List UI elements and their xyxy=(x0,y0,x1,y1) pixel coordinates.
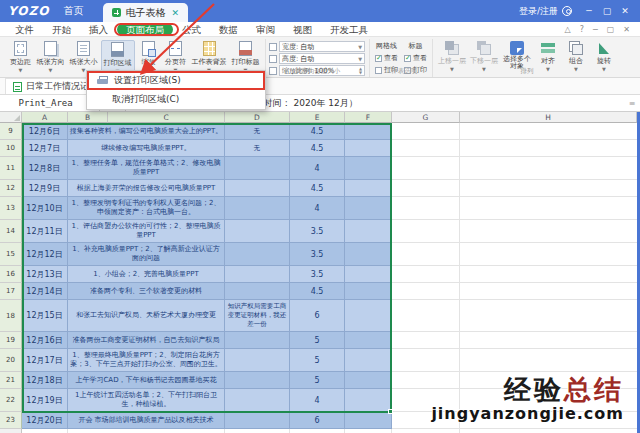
cell-task[interactable]: 1、补充电脑质量PPT；2、了解高新企业认证方面的问题 xyxy=(68,243,225,266)
column-header-H[interactable]: H xyxy=(460,112,637,123)
column-header-B[interactable]: B xyxy=(68,112,108,123)
headings-view-checkbox[interactable]: 查看 xyxy=(404,53,427,63)
width-dropdown[interactable]: 宽度: 自动 ▼ xyxy=(279,41,365,52)
gridlines-view-checkbox[interactable]: 查看 xyxy=(375,53,398,63)
cell-f[interactable] xyxy=(345,157,392,180)
cell-g[interactable] xyxy=(392,332,460,349)
cell-date[interactable]: 12月7日 xyxy=(22,140,68,157)
cell-f[interactable] xyxy=(345,220,392,243)
cell-note[interactable] xyxy=(225,243,290,266)
menu-tab-数据[interactable]: 数据 xyxy=(210,23,247,36)
cell-g[interactable] xyxy=(392,197,460,220)
cell-f[interactable] xyxy=(345,243,392,266)
cell-g[interactable] xyxy=(392,389,460,412)
cell-g[interactable] xyxy=(392,283,460,300)
cell-hours[interactable]: 4.5 xyxy=(290,123,345,140)
cell-task[interactable]: 搜集各种资料，编写公司电脑质量大会上的PPT。 xyxy=(68,123,225,140)
cell-g[interactable] xyxy=(392,429,460,433)
column-header-C[interactable]: C xyxy=(108,112,225,123)
cell-f[interactable] xyxy=(345,283,392,300)
menu-tab-审阅[interactable]: 审阅 xyxy=(247,23,284,36)
cell-g[interactable] xyxy=(392,243,460,266)
cell-task[interactable]: 继续修改编写电脑质量PPT。 xyxy=(68,140,225,157)
cell-hours[interactable]: 6 xyxy=(290,300,345,332)
row-header-23[interactable]: 23 xyxy=(0,412,22,429)
cell-task[interactable]: 1、评估商盟办公软件的可行性；2、整理电脑质量PPT xyxy=(68,220,225,243)
cell-date[interactable]: 12月12日 xyxy=(22,243,68,266)
cell-date[interactable]: 12月8日 xyxy=(22,157,68,180)
cell-note[interactable]: 无 xyxy=(225,123,290,140)
cell-note[interactable] xyxy=(225,266,290,283)
cell-date[interactable]: 12月11日 xyxy=(22,220,68,243)
cell-note[interactable] xyxy=(225,332,290,349)
row-header-24[interactable]: 24 xyxy=(0,429,22,433)
cell-f[interactable] xyxy=(345,372,392,389)
row-header-14[interactable]: 14 xyxy=(0,220,22,243)
cell-date[interactable]: 12月17日 xyxy=(22,349,68,372)
menu-tab-页面布局[interactable]: 页面布局 xyxy=(117,23,173,36)
cell-g[interactable] xyxy=(392,412,460,429)
row-header-16[interactable]: 16 xyxy=(0,266,22,283)
tab-close-icon[interactable]: ✕ xyxy=(171,8,179,18)
name-box[interactable]: Print_Area ▼ xyxy=(0,95,100,111)
cell-f[interactable] xyxy=(345,123,392,140)
row-header-19[interactable]: 19 xyxy=(0,332,22,349)
cell-hours[interactable] xyxy=(290,429,345,433)
menu-tab-开始[interactable]: 开始 xyxy=(43,23,80,36)
collapse-ribbon-icon[interactable]: △ xyxy=(565,25,571,34)
home-tab[interactable]: 首页 xyxy=(63,4,83,18)
cell-note[interactable] xyxy=(225,157,290,180)
cell-f[interactable] xyxy=(345,140,392,157)
row-header-20[interactable]: 20 xyxy=(0,349,22,372)
cell-hours[interactable]: 4.5 xyxy=(290,180,345,197)
cell-task[interactable]: 和张工去知识产权局、天桥艺术大厦办理变更 xyxy=(68,300,225,332)
cell-f[interactable] xyxy=(345,300,392,332)
cell-hours[interactable]: 6 xyxy=(290,412,345,429)
column-header-A[interactable]: A xyxy=(22,112,68,123)
cell-date[interactable]: 12月9日 xyxy=(22,180,68,197)
cell-f[interactable] xyxy=(345,429,392,433)
cell-g[interactable] xyxy=(392,140,460,157)
cell-g[interactable] xyxy=(392,300,460,332)
row-header-13[interactable]: 13 xyxy=(0,197,22,220)
cell-hours[interactable]: 3.5 xyxy=(290,243,345,266)
cell-note[interactable]: 知识产权局需要工商变更证明材料，我还差一份 xyxy=(225,300,290,332)
expand-formula-bar-icon[interactable]: ≡ xyxy=(624,95,640,111)
cell-date[interactable]: 12月19日 xyxy=(22,389,68,412)
row-header-17[interactable]: 17 xyxy=(0,283,22,300)
menu-tab-视图[interactable]: 视图 xyxy=(284,23,321,36)
cell-date[interactable]: 12月13日 xyxy=(22,266,68,283)
cell-date[interactable]: 12月16日 xyxy=(22,332,68,349)
cell-note[interactable] xyxy=(225,429,290,433)
cell-hours[interactable]: 4 xyxy=(290,157,345,180)
help-icon[interactable]: ? xyxy=(580,25,584,34)
row-header-9[interactable]: 9 xyxy=(0,123,22,140)
column-header-D[interactable]: D xyxy=(225,112,290,123)
cell-f[interactable] xyxy=(345,412,392,429)
cell-task[interactable]: 1、整理最终电脑质量PPT；2、制定阳台花房方案；3、下午三点开始打扫办公室、周… xyxy=(68,349,225,372)
cell-hours[interactable]: 4 xyxy=(290,197,345,220)
cell-date[interactable] xyxy=(22,429,68,433)
row-header-12[interactable]: 12 xyxy=(0,180,22,197)
cell-hours[interactable]: 3.5 xyxy=(290,266,345,283)
cell-f[interactable] xyxy=(345,180,392,197)
cell-g[interactable] xyxy=(392,180,460,197)
cell-note[interactable] xyxy=(225,349,290,372)
cell-task[interactable]: 1、整理发明专利证书的专利权人更名问题；2、申领固定资产：台式电脑一台。 xyxy=(68,197,225,220)
cell-date[interactable]: 12月18日 xyxy=(22,372,68,389)
cell-f[interactable] xyxy=(345,389,392,412)
ribbon-button-页边距[interactable]: 页边距▼ xyxy=(8,40,34,75)
cell-note[interactable] xyxy=(225,197,290,220)
cell-g[interactable] xyxy=(392,220,460,243)
row-header-21[interactable]: 21 xyxy=(0,372,22,389)
cell-hours[interactable]: 4 xyxy=(290,389,345,412)
maximize-icon[interactable]: ▢ xyxy=(600,6,614,16)
cell-date[interactable]: 12月6日 xyxy=(22,123,68,140)
close-icon[interactable]: ✕ xyxy=(623,25,630,34)
cell-f[interactable] xyxy=(345,197,392,220)
cell-task[interactable] xyxy=(68,429,225,433)
column-header-G[interactable]: G xyxy=(392,112,460,123)
cell-hours[interactable]: 5 xyxy=(290,372,345,389)
menu-item-set-print-area[interactable]: 设置打印区域(S) xyxy=(87,71,265,90)
row-header-15[interactable]: 15 xyxy=(0,243,22,266)
